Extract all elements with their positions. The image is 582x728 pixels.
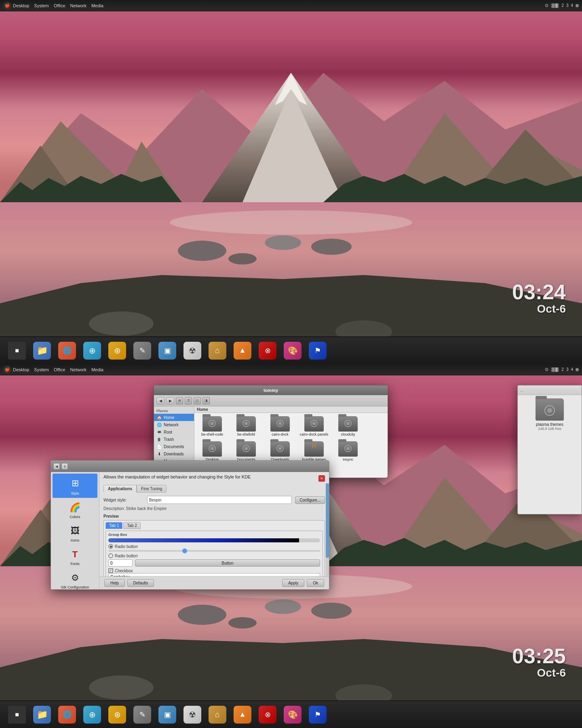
fm-file-cloudcity[interactable]: cloudcity bbox=[332, 415, 364, 438]
fm-file-humble-games[interactable]: H humble games bbox=[298, 440, 330, 463]
fm-sidebar-docs[interactable]: 📄 Documents bbox=[154, 443, 194, 450]
kdes-content: ⊞ Style 🌈 Colors 🖼 Icons T Fonts ⚙ G bbox=[51, 472, 329, 589]
kdes-radio-2[interactable]: Radio button bbox=[108, 553, 320, 558]
kdes-tab-applications[interactable]: Applications bbox=[103, 485, 137, 493]
dock-monitor-2[interactable]: ▣ bbox=[158, 706, 176, 724]
fm-grid-btn[interactable]: ⊞ bbox=[176, 397, 183, 404]
fm-title: tommy bbox=[264, 388, 278, 393]
fm-sidebar-network[interactable]: 🌐 Network bbox=[154, 421, 194, 428]
kdes-radio-1[interactable]: Radio button bbox=[108, 544, 320, 549]
kdes-sidebar-colors[interactable]: 🌈 Colors bbox=[53, 499, 97, 521]
kdes-back-btn[interactable]: ◀ bbox=[53, 463, 60, 470]
paint-icon-2: 🎨 bbox=[288, 710, 298, 720]
fm-file-be-shell-code[interactable]: be-shell-code bbox=[196, 415, 228, 438]
fm-file-insync[interactable]: Insync bbox=[332, 440, 364, 463]
kdes-sidebar-fonts[interactable]: T Fonts bbox=[53, 546, 97, 568]
dock-terminal-2[interactable]: ■ bbox=[8, 706, 26, 724]
kdes-widget-style-select[interactable]: Bespin bbox=[147, 496, 292, 504]
menu-office-2[interactable]: Office bbox=[54, 367, 65, 372]
menu-system-2[interactable]: System bbox=[34, 367, 49, 372]
dock-browser[interactable]: 🌐 bbox=[58, 342, 76, 360]
kdes-sidebar-style[interactable]: ⊞ Style bbox=[53, 474, 97, 498]
menu-network-2[interactable]: Network bbox=[70, 367, 86, 372]
fm-detail-btn[interactable]: ☰ bbox=[185, 397, 192, 404]
kdes-sidebar-icons[interactable]: 🖼 Icons bbox=[53, 522, 97, 545]
fm-file-desktop[interactable]: Desktop bbox=[196, 440, 228, 463]
taskbar-num-2: 2 bbox=[561, 3, 564, 8]
flag-icon-2: ⚑ bbox=[314, 710, 321, 719]
apple-menu-icon[interactable]: 🍎 bbox=[3, 2, 11, 10]
battery-seg-3 bbox=[552, 368, 555, 372]
colors-icon: 🌈 bbox=[69, 501, 82, 514]
dock-cone[interactable]: ▲ bbox=[234, 342, 251, 360]
radiation-icon: ☢ bbox=[189, 346, 196, 356]
fm-sidebar-trash[interactable]: 🗑 Trash bbox=[154, 436, 194, 443]
dock-terminal[interactable]: ■ bbox=[8, 342, 26, 360]
kdes-tab-fine-tuning[interactable]: Fine Tuning bbox=[137, 485, 167, 493]
dock-house[interactable]: ⌂ bbox=[209, 342, 226, 360]
dock-install-2[interactable]: ⊕ bbox=[83, 706, 101, 724]
fm-tree-btn[interactable]: ◫ bbox=[194, 397, 201, 404]
menu-desktop-2[interactable]: Desktop bbox=[13, 367, 29, 372]
kdes-configure-btn[interactable]: Configure... bbox=[295, 496, 325, 504]
svg-point-47 bbox=[312, 422, 316, 425]
kdes-slider[interactable] bbox=[108, 550, 320, 552]
fm-file-be-shellold[interactable]: be-shellold bbox=[230, 415, 262, 438]
menu-media-2[interactable]: Media bbox=[91, 367, 103, 372]
dock-radiation-2[interactable]: ☢ bbox=[183, 706, 201, 724]
dock-edit-2[interactable]: ✎ bbox=[133, 706, 151, 724]
fm-file-documents[interactable]: Documents bbox=[230, 440, 262, 463]
dock-monitor[interactable]: ▣ bbox=[158, 342, 176, 360]
fm-file-cairo-dock-panels[interactable]: cairo-dock panels bbox=[298, 415, 330, 438]
dock-house-2[interactable]: ⌂ bbox=[209, 706, 226, 724]
apple-menu-icon-2[interactable]: 🍎 bbox=[3, 366, 11, 374]
kdes-defaults-btn[interactable]: Defaults bbox=[127, 579, 154, 587]
dock-stop-2[interactable]: ⊗ bbox=[259, 706, 276, 724]
dock-install[interactable]: ⊕ bbox=[83, 342, 101, 360]
dock-browser-2[interactable]: 🌐 bbox=[58, 706, 76, 724]
dock-cone-2[interactable]: ▲ bbox=[234, 706, 251, 724]
dock-radiation[interactable]: ☢ bbox=[183, 342, 201, 360]
kdes-combobox[interactable]: Combobox bbox=[108, 573, 320, 576]
dock-paint[interactable]: 🎨 bbox=[284, 342, 302, 360]
kdes-inner-tab-1[interactable]: Tab 1 bbox=[105, 522, 122, 529]
plasma-folder-container[interactable]: plasma themes 248.8 GiB free bbox=[518, 395, 582, 434]
dock-files-2[interactable]: 📁 bbox=[33, 706, 51, 724]
kdes-spin-input[interactable]: 0 bbox=[108, 559, 133, 567]
fm-forward-btn[interactable]: ▶ bbox=[166, 397, 174, 404]
menu-media[interactable]: Media bbox=[91, 3, 103, 8]
kdes-inner-tab-2[interactable]: Tab 2 bbox=[123, 522, 140, 529]
menu-desktop[interactable]: Desktop bbox=[13, 3, 29, 8]
dock-flag[interactable]: ⚑ bbox=[309, 342, 327, 360]
fm-sidebar-home[interactable]: 🏠 Home bbox=[154, 414, 194, 421]
dock-files[interactable]: 📁 bbox=[33, 342, 51, 360]
menu-system[interactable]: System bbox=[34, 3, 49, 8]
fm-file-name-be-shell-code: be-shell-code bbox=[201, 432, 223, 436]
dock-edit[interactable]: ✎ bbox=[133, 342, 151, 360]
dock-paint-2[interactable]: 🎨 bbox=[284, 706, 302, 724]
kdes-main-body: Allows the manipulation of widget behavi… bbox=[99, 472, 329, 576]
kdes-close-btn[interactable]: ✕ bbox=[318, 475, 325, 482]
fm-address-bar[interactable]: Home bbox=[194, 406, 388, 413]
kdes-scrollbar[interactable] bbox=[326, 483, 329, 576]
fm-preview-btn[interactable]: ◨ bbox=[202, 397, 210, 404]
kdes-help-btn[interactable]: Help bbox=[104, 579, 125, 587]
dock-flag-2[interactable]: ⚑ bbox=[309, 706, 327, 724]
fm-file-downloads[interactable]: Downloads bbox=[264, 440, 296, 463]
menu-network[interactable]: Network bbox=[70, 3, 86, 8]
kdes-sidebar-gtk[interactable]: ⚙ Gtk Configuration bbox=[53, 569, 97, 590]
kdes-forward-btn[interactable]: ℹ bbox=[61, 463, 68, 470]
dock-stop[interactable]: ⊗ bbox=[259, 342, 276, 360]
kdes-checkbox[interactable]: ✓ Checkbox bbox=[108, 568, 320, 573]
dock-gold-2[interactable]: ⊛ bbox=[108, 706, 126, 724]
kdes-ok-btn[interactable]: Ok bbox=[307, 579, 324, 587]
kdes-button[interactable]: Button bbox=[135, 559, 320, 567]
fm-back-btn[interactable]: ◀ bbox=[156, 397, 164, 404]
dock-gold[interactable]: ⊛ bbox=[108, 342, 126, 360]
fm-sidebar-root[interactable]: 💻 Root bbox=[154, 428, 194, 436]
menu-office[interactable]: Office bbox=[54, 3, 65, 8]
fm-sidebar-downloads[interactable]: ⬇ Downloads bbox=[154, 450, 194, 457]
svg-point-35 bbox=[228, 617, 257, 629]
fm-file-cairo-dock[interactable]: cairo-dock bbox=[264, 415, 296, 438]
kdes-apply-btn[interactable]: Apply bbox=[282, 579, 304, 587]
